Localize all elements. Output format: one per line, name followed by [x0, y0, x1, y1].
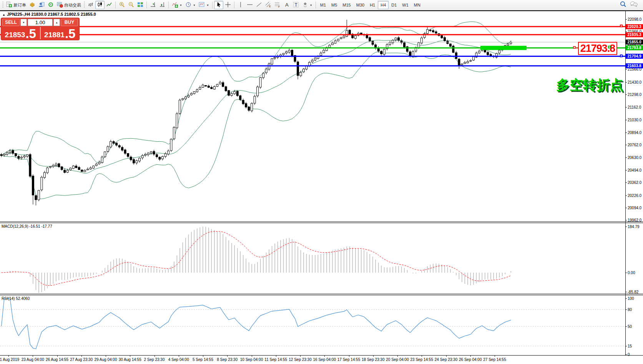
time-tick-mark [130, 355, 130, 357]
toolbar-grip[interactable] [2, 2, 3, 8]
price-tick-mark [625, 145, 627, 145]
tile-windows-button[interactable] [136, 1, 145, 9]
time-axis-border [0, 355, 643, 356]
new-order-button[interactable]: 新订单 [5, 1, 28, 9]
toolbar-grip[interactable] [84, 2, 85, 8]
price-tick-mark [625, 94, 627, 95]
panel-separator[interactable] [0, 294, 643, 294]
timeframe-m30[interactable]: M30 [354, 1, 367, 9]
chat-icon[interactable] [630, 1, 638, 9]
shapes-button[interactable]: ▼ [301, 1, 314, 9]
fibonacci-button[interactable]: F [273, 1, 282, 9]
cursor-button[interactable] [214, 1, 223, 9]
channel-button[interactable]: E [264, 1, 273, 9]
price-tick-mark [625, 19, 627, 20]
templates-button[interactable]: ▼ [197, 1, 211, 9]
candlestick-chart-button[interactable] [95, 1, 105, 9]
time-tick-mark [397, 355, 398, 357]
price-tick-label: 20362.0 [628, 180, 641, 185]
timeframe-m5[interactable]: M5 [329, 1, 340, 9]
terminal-button[interactable] [46, 1, 55, 9]
timeframe-m1[interactable]: M1 [317, 1, 329, 9]
volume-input[interactable]: 1.00 [28, 19, 53, 26]
horizontal-line-button[interactable] [245, 1, 254, 9]
price-callout-box[interactable]: 21793.8 [578, 42, 617, 55]
collapse-arrow-icon[interactable]: ▲ [2, 13, 5, 17]
auto-scroll-button[interactable] [158, 1, 167, 9]
indicators-button[interactable]: ▼ [170, 1, 184, 9]
panel-separator[interactable] [0, 223, 643, 223]
timeframe-h4[interactable]: H4 [378, 1, 389, 9]
bar-chart-button[interactable] [86, 1, 95, 9]
volume-increase-button[interactable]: ▲ [53, 19, 60, 26]
autotrading-icon [57, 2, 63, 8]
chart-shift-button[interactable] [148, 1, 158, 9]
time-tick-label: 24 Sep 23:30 [435, 357, 458, 362]
timeframe-mn[interactable]: MN [411, 1, 423, 9]
crosshair-icon [225, 2, 231, 8]
timeframe-d1[interactable]: D1 [389, 1, 399, 9]
crosshair-button[interactable] [223, 1, 233, 9]
text-icon: A [284, 2, 290, 8]
time-tick-mark [324, 355, 325, 357]
buy-price-display[interactable]: 21881.5 [41, 27, 80, 39]
indicators-icon [172, 2, 178, 8]
time-tick-label: 20 Sep 04:00 [386, 357, 409, 362]
line-chart-button[interactable] [105, 1, 114, 9]
market-watch-button[interactable] [28, 1, 37, 9]
turning-point-annotation[interactable]: 多空转折点 [556, 76, 623, 94]
time-tick-label: 10 Sep 04:00 [240, 357, 263, 362]
price-tick-label: 21298.0 [628, 93, 641, 97]
time-tick-label: 21 Aug 2019 [0, 357, 19, 362]
time-tick-mark [422, 355, 422, 357]
sell-price-display[interactable]: 21853.5 [1, 27, 41, 39]
svg-text:E: E [269, 5, 271, 8]
price-line-label: 21603.8 [626, 63, 643, 68]
buy-button[interactable]: BUY [61, 19, 78, 26]
trendline-button[interactable] [254, 1, 264, 9]
volume-decrease-button[interactable]: ▼ [20, 19, 27, 26]
text-button[interactable]: A [282, 1, 291, 9]
callout-handle[interactable] [573, 46, 576, 49]
shapes-icon [302, 2, 308, 8]
blue-line-handle[interactable] [620, 55, 623, 57]
cursor-icon [216, 2, 222, 8]
search-icon[interactable] [620, 1, 626, 9]
macd-tick-mark [625, 273, 627, 273]
vertical-line-button[interactable] [236, 1, 245, 9]
price-tick-mark [625, 208, 627, 208]
macd-axis-label: 0.00 [628, 271, 635, 275]
panel-separator[interactable] [0, 222, 643, 222]
navigator-button[interactable] [37, 1, 46, 9]
red-line-handle[interactable] [620, 25, 623, 27]
rsi-axis-label: 50 [628, 324, 632, 329]
timeframe-h1[interactable]: H1 [367, 1, 378, 9]
macd-panel[interactable] [0, 223, 625, 294]
price-tick-label: 20494.0 [628, 168, 641, 172]
support-zone-segment[interactable] [480, 46, 527, 50]
rsi-axis-label: 80 [628, 308, 632, 312]
macd-label: MACD(12,26,9) -16.51 -17.77 [2, 224, 52, 228]
time-tick-mark [300, 355, 301, 357]
sell-button[interactable]: SELL [2, 19, 20, 26]
zoom-in-button[interactable] [117, 1, 126, 9]
timeframe-m15[interactable]: M15 [340, 1, 353, 9]
macd-tick-mark [625, 292, 627, 292]
chart-shift-icon [150, 2, 156, 8]
rsi-panel[interactable] [0, 295, 625, 355]
timeframe-w1[interactable]: W1 [399, 1, 411, 9]
text-label-button[interactable]: T [291, 1, 301, 9]
main-chart[interactable] [0, 10, 625, 222]
green-line-handle[interactable] [608, 46, 611, 48]
macd-tick-mark [625, 227, 627, 227]
zoom-out-button[interactable] [126, 1, 136, 9]
time-tick-mark [495, 355, 495, 357]
mt4-window: 新订单 自动交易 ▼ ▼ ▼ E F A T ▼ [0, 0, 643, 364]
panel-separator[interactable] [0, 295, 643, 295]
time-tick-mark [349, 355, 349, 357]
dropdown-arrow-icon: ▼ [206, 4, 209, 7]
svg-text:A: A [285, 2, 289, 8]
periods-button[interactable]: ▼ [184, 1, 197, 9]
autotrading-button[interactable]: 自动交易 [55, 1, 83, 9]
time-tick-label: 23 Sep 14:55 [410, 357, 434, 362]
